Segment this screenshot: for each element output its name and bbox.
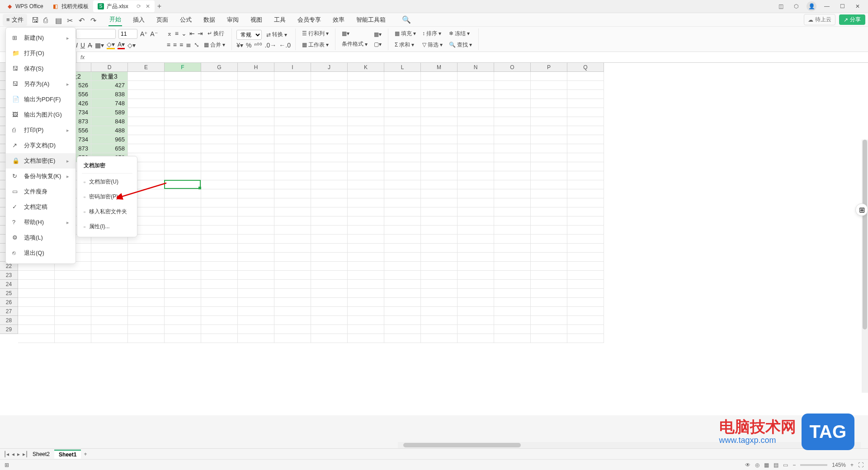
cell[interactable] xyxy=(274,72,311,81)
col-header[interactable]: K xyxy=(348,63,384,72)
tab-data[interactable]: 数据 xyxy=(203,14,216,26)
cell[interactable] xyxy=(384,289,421,298)
cell[interactable]: 748 xyxy=(91,99,128,108)
file-menu-item[interactable]: 🖫保存(S) xyxy=(6,61,75,76)
cell[interactable] xyxy=(274,244,311,253)
cell[interactable] xyxy=(384,226,421,235)
cell[interactable] xyxy=(567,280,604,289)
cell[interactable] xyxy=(274,90,311,99)
cell[interactable] xyxy=(531,253,567,262)
cell[interactable] xyxy=(238,198,274,207)
zoom-in-button[interactable]: + xyxy=(850,462,854,468)
cell[interactable] xyxy=(531,298,567,307)
cell[interactable] xyxy=(567,153,604,162)
cell[interactable] xyxy=(384,171,421,180)
cell[interactable] xyxy=(384,162,421,171)
cell[interactable] xyxy=(494,108,531,117)
cell[interactable] xyxy=(348,180,384,189)
number-format-select[interactable]: 常规 xyxy=(236,30,262,40)
zoom-out-button[interactable]: − xyxy=(793,462,796,468)
cell[interactable] xyxy=(128,298,165,307)
highlight-icon[interactable]: ◇▾ xyxy=(127,42,136,49)
cell[interactable] xyxy=(567,189,604,198)
cell[interactable] xyxy=(384,235,421,244)
cell[interactable] xyxy=(128,289,165,298)
floating-tool-icon[interactable]: ⊞ xyxy=(855,203,868,216)
cell[interactable] xyxy=(384,144,421,153)
cell[interactable] xyxy=(165,126,201,135)
cell[interactable] xyxy=(567,325,604,334)
cell[interactable] xyxy=(238,271,274,280)
cell[interactable] xyxy=(494,153,531,162)
cell[interactable] xyxy=(348,262,384,271)
cell[interactable] xyxy=(494,126,531,135)
indent-dec-icon[interactable]: ⇤ xyxy=(189,30,195,37)
cell[interactable] xyxy=(55,325,91,334)
cell[interactable] xyxy=(128,135,165,144)
cell[interactable] xyxy=(18,280,55,289)
cell[interactable] xyxy=(458,198,494,207)
cell[interactable] xyxy=(531,72,567,81)
view-reader-icon[interactable]: ▭ xyxy=(783,462,788,468)
cell[interactable] xyxy=(165,325,201,334)
cell[interactable] xyxy=(348,280,384,289)
col-header[interactable]: L xyxy=(384,63,421,72)
cell[interactable]: 488 xyxy=(91,126,128,135)
cell[interactable] xyxy=(494,298,531,307)
cell[interactable] xyxy=(238,90,274,99)
cell[interactable] xyxy=(165,334,201,343)
tab-insert[interactable]: 插入 xyxy=(132,14,146,26)
cell[interactable] xyxy=(384,99,421,108)
cell[interactable] xyxy=(165,189,201,198)
align-bottom-icon[interactable]: ⌄ xyxy=(181,30,187,37)
cell[interactable] xyxy=(384,216,421,226)
cell[interactable] xyxy=(494,226,531,235)
tab-tools[interactable]: 工具 xyxy=(273,14,287,26)
cell[interactable] xyxy=(458,280,494,289)
cell[interactable] xyxy=(201,316,238,325)
cell[interactable] xyxy=(531,207,567,216)
wrap-button[interactable]: ↵ 换行 xyxy=(206,29,226,38)
cell[interactable] xyxy=(274,207,311,216)
cell[interactable] xyxy=(311,90,348,99)
tab-formula[interactable]: 公式 xyxy=(179,14,193,26)
file-menu-item[interactable]: ⚙选项(L) xyxy=(6,230,75,245)
sheet-nav-prev-icon[interactable]: ◂ xyxy=(12,451,14,457)
cell[interactable] xyxy=(458,216,494,226)
cell[interactable] xyxy=(348,117,384,126)
cell[interactable] xyxy=(567,144,604,153)
cell[interactable] xyxy=(531,262,567,271)
cell[interactable] xyxy=(201,207,238,216)
cell[interactable] xyxy=(238,108,274,117)
cell[interactable] xyxy=(348,144,384,153)
cell[interactable] xyxy=(494,334,531,343)
cell[interactable] xyxy=(201,99,238,108)
cell[interactable] xyxy=(421,226,458,235)
cell[interactable] xyxy=(165,226,201,235)
cell[interactable] xyxy=(348,298,384,307)
tab-review[interactable]: 审阅 xyxy=(226,14,240,26)
cell[interactable] xyxy=(531,325,567,334)
cell[interactable] xyxy=(201,108,238,117)
cell[interactable] xyxy=(567,81,604,90)
cell[interactable] xyxy=(274,198,311,207)
cell[interactable] xyxy=(384,126,421,135)
cell[interactable] xyxy=(421,99,458,108)
cell[interactable] xyxy=(128,244,165,253)
cell[interactable] xyxy=(238,226,274,235)
cell[interactable] xyxy=(311,334,348,343)
convert-button[interactable]: ⇄转换▾ xyxy=(264,30,289,39)
cell[interactable] xyxy=(384,81,421,90)
cell[interactable]: 658 xyxy=(91,144,128,153)
cell[interactable] xyxy=(274,280,311,289)
cell[interactable] xyxy=(567,171,604,180)
cell[interactable] xyxy=(165,90,201,99)
cell[interactable] xyxy=(311,162,348,171)
cell[interactable] xyxy=(165,108,201,117)
cell[interactable] xyxy=(531,162,567,171)
row-col-button[interactable]: ☰行和列▾ xyxy=(300,29,330,38)
comma-icon[interactable]: ⁿ⁰⁰ xyxy=(254,42,262,49)
cell[interactable] xyxy=(458,126,494,135)
cell[interactable] xyxy=(421,262,458,271)
zoom-level[interactable]: 145% xyxy=(832,462,846,468)
